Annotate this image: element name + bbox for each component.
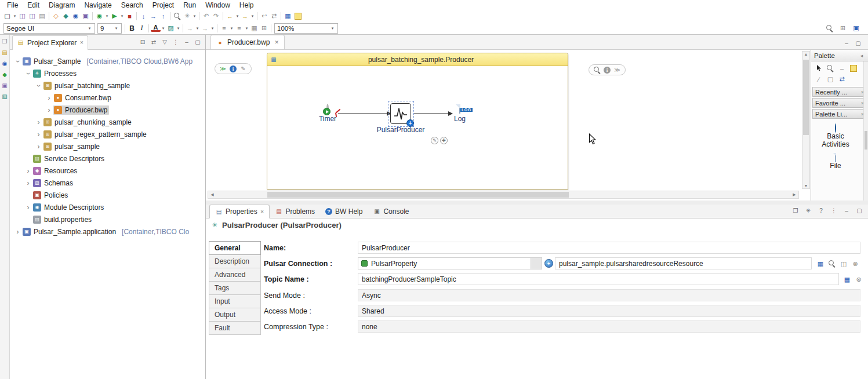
- external-tools-icon[interactable]: ✳: [182, 11, 192, 21]
- save-all-icon[interactable]: ◫: [27, 11, 37, 21]
- step-return-icon[interactable]: ↑: [158, 11, 168, 21]
- palette-section-favorite[interactable]: Favorite ... »: [812, 98, 867, 108]
- tree-row[interactable]: › ●Consumer.bwp: [10, 92, 205, 104]
- scroll-down-icon[interactable]: ▼: [802, 184, 809, 188]
- arrow-style-caret-icon[interactable]: ▾: [210, 26, 215, 31]
- forward-icon[interactable]: →: [240, 11, 250, 21]
- menu-run[interactable]: Run: [179, 1, 201, 10]
- scrollbar-thumb[interactable]: [803, 60, 809, 135]
- palette-item-file[interactable]: File: [811, 154, 860, 170]
- tree-row[interactable]: › ⊞pulsar_sample: [10, 140, 205, 152]
- tree-row[interactable]: › ▣Pulsar_Sample [Container,TIBCO Cloud,…: [10, 55, 205, 67]
- menu-edit[interactable]: Edit: [23, 1, 44, 10]
- align-caret-icon[interactable]: ▾: [229, 26, 234, 31]
- pulsar-connection-combo[interactable]: PulsarProperty: [358, 257, 542, 269]
- scrollbar-thumb[interactable]: [865, 131, 867, 150]
- restore-views-icon[interactable]: ❐: [1, 37, 9, 45]
- open-perspective-icon[interactable]: ⊞: [838, 23, 848, 33]
- activity-pulsar-producer[interactable]: + PulsarProducer: [369, 103, 433, 134]
- font-family-combo[interactable]: Segoe UI ▾: [3, 23, 95, 34]
- link-tool[interactable]: ⇄: [837, 74, 847, 84]
- tab-console[interactable]: ▣ Console: [368, 205, 414, 218]
- debug-button[interactable]: ◉: [95, 11, 104, 21]
- view-menu-icon[interactable]: ⋮: [830, 206, 838, 214]
- access-mode-field[interactable]: [358, 305, 860, 317]
- menu-window[interactable]: Window: [201, 1, 235, 10]
- palette-collapse-icon[interactable]: ◂: [858, 52, 865, 59]
- palette-scrollbar[interactable]: [863, 61, 868, 201]
- menu-diagram[interactable]: Diagram: [44, 1, 79, 10]
- edit-annotation-icon[interactable]: ✎: [239, 65, 247, 72]
- tab-bw-help[interactable]: ? BW Help: [320, 205, 368, 218]
- menu-project[interactable]: Project: [148, 1, 179, 10]
- side-tab-general[interactable]: General: [209, 241, 261, 255]
- scroll-left-icon[interactable]: ◀: [209, 192, 216, 197]
- menu-search[interactable]: Search: [117, 1, 148, 10]
- tab-problems[interactable]: ▤ Problems: [270, 205, 320, 218]
- print-icon[interactable]: ▤: [37, 11, 47, 21]
- activity-log[interactable]: LOG Log: [434, 105, 486, 123]
- tree-row-selected[interactable]: › ●Producer.bwp: [10, 104, 205, 116]
- bold-button[interactable]: B: [127, 23, 137, 33]
- fill-color-caret-icon[interactable]: ▾: [176, 26, 181, 31]
- zoom-icon[interactable]: [593, 66, 601, 74]
- add-decorator-icon[interactable]: ✚: [440, 137, 448, 144]
- palette-header[interactable]: Palette ◂: [811, 50, 868, 61]
- new-bw-component-icon[interactable]: ▣: [81, 11, 90, 21]
- step-over-icon[interactable]: →: [148, 11, 158, 21]
- minimize-icon[interactable]: –: [183, 38, 191, 46]
- snap-toggle-icon[interactable]: ⊞: [259, 23, 269, 33]
- editor-tab-producer[interactable]: ● Producer.bwp ✕: [210, 35, 285, 49]
- search-icon[interactable]: [172, 11, 182, 21]
- menu-navigate[interactable]: Navigate: [79, 1, 116, 10]
- tree-row[interactable]: ▤Service Descriptors: [10, 152, 205, 165]
- module-property-icon[interactable]: ▦: [816, 259, 825, 268]
- project-explorer-tab[interactable]: ▤ Project Explorer ✕: [12, 35, 88, 50]
- menu-file[interactable]: File: [2, 1, 23, 10]
- table-view-icon[interactable]: ▦: [283, 11, 293, 21]
- scrollbar-thumb[interactable]: [267, 192, 569, 198]
- distribute-button[interactable]: ≡: [234, 23, 244, 33]
- minimize-icon[interactable]: –: [842, 39, 851, 47]
- maximize-icon[interactable]: ▢: [854, 39, 862, 47]
- italic-button[interactable]: I: [137, 23, 147, 33]
- tree-row[interactable]: › ✳Processes: [10, 67, 205, 79]
- tree-row[interactable]: › ⊞pulsar_batching_sample: [10, 79, 205, 92]
- last-edit-location-icon[interactable]: ↩: [259, 11, 269, 21]
- font-size-combo[interactable]: 9 ▾: [97, 23, 122, 34]
- minimized-view-icon-5[interactable]: ▧: [1, 92, 9, 100]
- debug-caret-icon[interactable]: ▾: [104, 14, 110, 19]
- expand-icon[interactable]: ≫: [613, 66, 621, 74]
- tree-row[interactable]: › ◆Resources: [10, 165, 205, 177]
- tree-row[interactable]: › ▣Pulsar_Sample.application [Container,…: [10, 225, 205, 238]
- fill-color-button[interactable]: ▨: [166, 23, 176, 33]
- topic-name-field[interactable]: [358, 273, 839, 285]
- compression-type-field[interactable]: [358, 320, 860, 333]
- link-with-editor-icon[interactable]: ⇄: [269, 11, 279, 21]
- new-wizard-caret-icon[interactable]: ▾: [12, 14, 17, 19]
- clear-field-icon[interactable]: ⊗: [851, 259, 860, 268]
- perspective-icon[interactable]: ▣: [851, 23, 861, 33]
- tree-row[interactable]: › ◉Module Descriptors: [10, 201, 205, 213]
- line-style-button[interactable]: →: [185, 23, 195, 33]
- info-icon[interactable]: i: [230, 65, 237, 72]
- zoom-out-tool[interactable]: –: [837, 63, 847, 73]
- tree-row[interactable]: ▤build.properties: [10, 213, 205, 225]
- new-bw-application-icon[interactable]: ◇: [51, 11, 61, 21]
- font-color-button[interactable]: A: [151, 24, 161, 32]
- palette-section-recently[interactable]: Recently ... »: [812, 87, 867, 97]
- detach-view-icon[interactable]: ❐: [791, 206, 800, 214]
- line-style-caret-icon[interactable]: ▾: [195, 26, 200, 31]
- browse-resource-icon[interactable]: [827, 259, 837, 268]
- palette-section-library[interactable]: Palette Li... »: [812, 109, 867, 119]
- run-process-icon[interactable]: ≫: [219, 65, 227, 72]
- maximize-icon[interactable]: ▢: [194, 38, 202, 46]
- panel-sash[interactable]: [206, 201, 868, 205]
- view-menu-icon[interactable]: ⋮: [172, 38, 180, 46]
- module-property-icon[interactable]: ▦: [842, 275, 852, 284]
- quick-access-search-icon[interactable]: [825, 23, 834, 33]
- note-tool-icon[interactable]: [293, 11, 303, 21]
- connection-tool[interactable]: ∕: [813, 74, 824, 84]
- scroll-up-icon[interactable]: ▲: [802, 52, 809, 56]
- scroll-right-icon[interactable]: ▶: [791, 192, 798, 197]
